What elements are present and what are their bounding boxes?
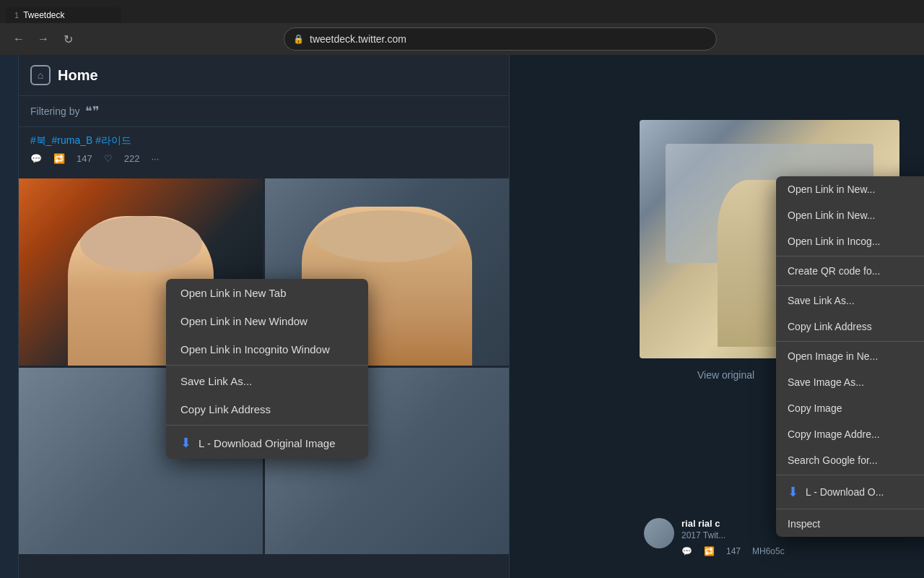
tweet-actions: 💬 🔁 147 ♡ 222 ··· [30,153,497,164]
tab-title: Tweetdeck [23,10,64,20]
menu-r-inspect[interactable]: Inspect [776,511,924,537]
retweet-count: 147 [77,153,92,164]
menu-r-open-new-window[interactable]: Open Link in New... [776,202,924,228]
filtering-label: Filtering by [30,105,79,117]
context-menu-left: Open Link in New Tab Open Link in New Wi… [166,279,368,459]
download-badge-icon-r: ⬇ [788,484,798,500]
refresh-button[interactable]: ↻ [58,29,78,49]
home-icon: ⌂ [30,65,51,85]
divider-r-4 [776,475,924,475]
address-bar[interactable]: 🔒 tweetdeck.twitter.com [284,27,717,51]
divider-1 [166,365,368,366]
menu-r-copy-image[interactable]: Copy Image [776,395,924,421]
menu-r-save-link-as[interactable]: Save Link As... [776,288,924,314]
tweet-hashtags: #북_#ruma_B #라이드 [30,134,497,147]
tab-number: 1 [14,11,19,20]
avatar [644,518,674,548]
nav-buttons: ← → ↻ [9,29,78,49]
like-icon: ♡ [104,153,113,164]
divider-2 [166,425,368,426]
menu-copy-link-address[interactable]: Copy Link Address [166,395,368,423]
menu-r-create-qr[interactable]: Create QR code fo... [776,258,924,284]
column-title: Home [58,67,98,84]
retweet-icon: 🔁 [53,153,65,164]
menu-r-open-image-new[interactable]: Open Image in Ne... [776,343,924,369]
hashtag-ref: MH6o5c [752,546,785,556]
like-count: 222 [124,153,140,164]
context-menu-right: Open Link in New... Open Link in New... … [776,176,924,537]
more-icon: ··· [151,153,159,164]
tweet-actions-right: 💬 🔁 147 MH6o5c [681,546,785,556]
filtering-bar: Filtering by ❝❞ [19,96,509,127]
menu-open-incognito[interactable]: Open Link in Incognito Window [166,335,368,363]
active-tab[interactable]: 1 Tweetdeck [6,7,121,23]
menu-open-new-tab[interactable]: Open Link in New Tab [166,279,368,307]
menu-r-copy-image-addr[interactable]: Copy Image Addre... [776,421,924,447]
divider-r-1 [776,256,924,256]
divider-r-5 [776,509,924,509]
tweet-area: #북_#ruma_B #라이드 💬 🔁 147 ♡ 222 ··· [19,127,509,178]
divider-r-3 [776,341,924,342]
quote-icon: ❝❞ [85,103,100,119]
menu-r-save-image-as[interactable]: Save Image As... [776,369,924,395]
menu-r-open-new-tab[interactable]: Open Link in New... [776,176,924,202]
download-label-r: L - Download O... [806,486,884,498]
tweet-content-right: rial rial c 2017 Twit... 💬 🔁 147 MH6o5c [681,518,785,556]
back-button[interactable]: ← [9,29,29,49]
menu-open-new-window[interactable]: Open Link in New Window [166,307,368,335]
menu-download-original[interactable]: ⬇ L - Download Original Image [166,427,368,459]
forward-button[interactable]: → [33,29,53,49]
lock-icon: 🔒 [293,34,304,44]
menu-r-open-incognito[interactable]: Open Link in Incog... [776,228,924,254]
tweet-text: 2017 Twit... [681,530,785,540]
retweet-action: 🔁 [704,546,715,556]
reply-action: 💬 [681,546,692,556]
address-text: tweetdeck.twitter.com [310,33,406,45]
menu-r-search-google[interactable]: Search Google for... [776,447,924,473]
tab-bar: 1 Tweetdeck [0,0,924,23]
download-badge-icon: ⬇ [180,435,191,451]
tweet-author: rial rial c [681,518,785,529]
view-original-button[interactable]: View original [697,369,754,381]
divider-r-2 [776,285,924,286]
download-label: L - Download Original Image [199,437,336,449]
tweetdeck-sidebar [0,55,19,578]
menu-save-link-as[interactable]: Save Link As... [166,367,368,395]
nav-bar: ← → ↻ 🔒 tweetdeck.twitter.com [0,23,924,55]
page-area: ⌂ Home Filtering by ❝❞ #북_#ruma_B #라이드 💬… [0,55,924,578]
column-header: ⌂ Home [19,55,509,96]
retweet-count-right: 147 [726,546,741,556]
reply-icon: 💬 [30,153,42,164]
menu-r-download[interactable]: ⬇ L - Download O... [776,477,924,507]
menu-r-copy-link-address[interactable]: Copy Link Address [776,314,924,340]
